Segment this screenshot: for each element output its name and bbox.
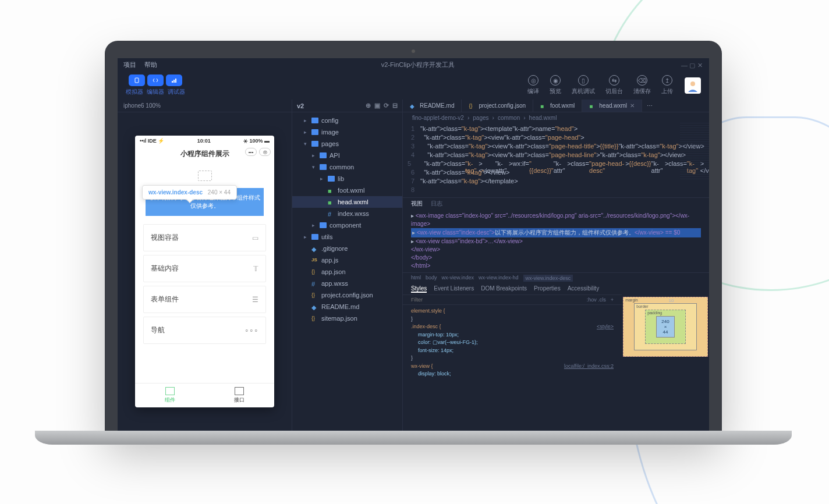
editor-tab[interactable]: foot.wxml [533,100,582,112]
selector-crumb[interactable]: html [411,275,421,282]
editor-tab[interactable]: README.md [403,100,462,112]
avatar[interactable] [685,77,701,94]
sim-label: 模拟器 [126,88,143,96]
maximize-icon[interactable]: ▢ [689,62,695,68]
tree-node[interactable]: app.json [292,266,402,278]
explorer-header: v2 ⊕ ▣ ⟳ ⊟ [292,100,402,112]
home-icon[interactable]: ◎ [259,148,271,156]
editor-label: 编辑器 [147,88,164,96]
editor-toggle[interactable] [147,74,164,86]
upload-button[interactable]: ↥上传 [661,75,673,95]
tree-node[interactable]: index.wxss [292,208,402,219]
devtools-subtab[interactable]: Accessibility [568,285,599,293]
tree-node[interactable]: .gitignore [292,243,402,254]
preview-button[interactable]: ◉预览 [550,75,561,95]
svg-rect-2 [173,80,175,83]
devtools-subtab[interactable]: DOM Breakpoints [481,285,527,293]
signal-indicator: ••ıl IDE ⚡ [140,138,164,144]
cache-button[interactable]: ⌫清缓存 [633,75,651,95]
ide-window: 项目 帮助 v2-FinClip小程序开发工具 — ▢ ✕ 模拟器 编辑器 调试… [118,58,709,431]
compile-button[interactable]: ◎编译 [527,75,539,95]
clock: 10:01 [197,138,211,144]
list-item[interactable]: 表单组件☰ [143,286,266,313]
code-editor[interactable]: 1"k-attr">class="k-tag"><template "k-att… [403,123,709,197]
debugger-label: 调试器 [168,88,185,96]
editor-column: README.mdproject.config.jsonfoot.wxmlhea… [403,100,709,431]
svg-rect-1 [172,81,173,83]
tree-node[interactable]: ▸image [292,126,402,138]
tree-node[interactable]: project.config.json [292,289,402,301]
simulator-toggle[interactable] [129,74,145,86]
laptop-frame: 项目 帮助 v2-FinClip小程序开发工具 — ▢ ✕ 模拟器 编辑器 调试… [105,41,722,445]
hov-cls[interactable]: :hov .cls [587,297,606,303]
selector-crumb[interactable]: wx-view.index-desc [523,275,573,282]
tree-node[interactable]: ▸component [292,219,402,231]
tree-node[interactable]: README.md [292,301,402,313]
close-tab-icon[interactable]: ✕ [630,102,635,109]
phone-preview: ••ıl IDE ⚡ 10:01 ⚹ 100% ▬ 小程序组件展示 ••• ◎ … [135,136,274,407]
dt-tab-view[interactable]: 视图 [411,200,423,208]
svg-point-4 [690,81,695,86]
file-explorer: v2 ⊕ ▣ ⟳ ⊟ ▸config▸image▾pages▸API▾commo… [292,100,403,431]
titlebar: 项目 帮助 v2-FinClip小程序开发工具 — ▢ ✕ [118,58,709,71]
box-model: margin10 border padding 240 × 44 [622,273,709,381]
tree-node[interactable]: ▾pages [292,138,402,150]
list-item[interactable]: 导航∘∘∘ [143,317,266,344]
refresh-icon[interactable]: ⟳ [384,102,389,109]
tree-node[interactable]: ▸utils [292,231,402,243]
selector-crumb[interactable]: body [426,275,437,282]
tree-node[interactable]: foot.wxml [292,184,402,196]
tree-node[interactable]: ▾common [292,161,402,173]
menu-help[interactable]: 帮助 [144,61,157,69]
svg-rect-3 [175,79,176,83]
list-item[interactable]: 视图容器▭ [143,224,266,251]
minimap[interactable] [680,123,709,181]
window-title: v2-FinClip小程序开发工具 [157,61,679,69]
view-toggles: 模拟器 编辑器 调试器 [126,74,185,96]
simulator-pane: iphone6 100% ••ıl IDE ⚡ 10:01 ⚹ 100% ▬ 小… [118,100,292,431]
camera-dot [412,49,415,53]
tree-node[interactable]: head.wxml [292,196,402,208]
selector-crumb[interactable]: wx-view.index [442,275,474,282]
new-file-icon[interactable]: ⊕ [366,102,371,109]
tab-overflow-icon[interactable]: ⋯ [642,100,657,112]
tab-api[interactable]: 接口 [205,384,275,407]
crumb[interactable]: fino-applet-demo-v2 [412,115,464,121]
toolbar: 模拟器 编辑器 调试器 ◎编译 ◉预览 ▯真机调试 ⇆切后台 ⌫清缓存 ↥上传 [118,71,709,100]
dom-tree[interactable]: ▸ <wx-image class="index-logo" src="../r… [403,210,709,272]
editor-tab[interactable]: project.config.json [462,100,533,112]
selector-crumb[interactable]: wx-view.index-hd [479,275,519,282]
css-rules[interactable]: element.style { } .index-desc {<style> m… [403,305,622,381]
logo-placeholder [198,171,212,181]
realdevice-button[interactable]: ▯真机调试 [572,75,595,95]
list-item[interactable]: 基础内容𝕋 [143,255,266,282]
close-icon[interactable]: ✕ [697,62,703,68]
tree-node[interactable]: sitemap.json [292,313,402,324]
new-folder-icon[interactable]: ▣ [374,102,380,109]
menu-project[interactable]: 项目 [123,61,136,69]
tree-node[interactable]: app.wxss [292,278,402,289]
editor-tabs: README.mdproject.config.jsonfoot.wxmlhea… [403,100,709,112]
styles-filter-input[interactable] [411,297,587,303]
backstage-button[interactable]: ⇆切后台 [605,75,623,95]
crumb[interactable]: pages [473,115,488,121]
debugger-toggle[interactable] [166,74,182,86]
tab-components[interactable]: 组件 [135,384,205,407]
minimize-icon[interactable]: — [681,62,687,68]
tree-node[interactable]: ▸API [292,150,402,161]
collapse-icon[interactable]: ⊟ [392,102,398,109]
tree-node[interactable]: ▸lib [292,173,402,184]
crumb[interactable]: head.wxml [529,115,557,121]
simulator-status: iphone6 100% [118,100,292,112]
add-rule-icon[interactable]: + [611,297,614,303]
inspect-tooltip: wx-view.index-desc 240 × 44 [142,185,237,200]
dt-tab-log[interactable]: 日志 [431,200,442,208]
editor-tab[interactable]: head.wxml✕ [582,100,642,112]
tree-node[interactable]: ▸config [292,115,402,126]
tree-node[interactable]: app.js [292,254,402,266]
crumb[interactable]: common [498,115,520,121]
more-icon[interactable]: ••• [245,148,257,156]
devtools-subtab[interactable]: Event Listeners [434,285,474,293]
devtools-subtab[interactable]: Properties [534,285,561,293]
devtools-subtab[interactable]: Styles [411,285,427,293]
